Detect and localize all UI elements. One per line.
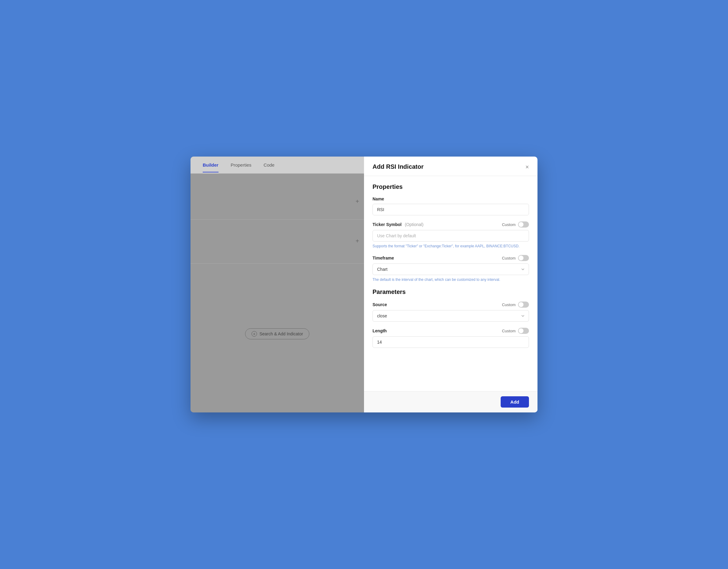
length-label-row: Length Custom	[373, 328, 529, 334]
source-custom-wrap: Custom	[502, 302, 529, 308]
timeframe-helper-text: The default is the interval of the chart…	[373, 277, 529, 282]
timeframe-select[interactable]: Chart 1 minute 5 minutes 15 minutes 1 ho…	[373, 263, 529, 275]
add-row-icon-1[interactable]: +	[355, 198, 359, 205]
name-input[interactable]	[373, 204, 529, 215]
name-label-row: Name	[373, 196, 529, 201]
ticker-field-group: Ticker Symbol (Optional) Custom Supports…	[373, 221, 529, 249]
ticker-input[interactable]	[373, 230, 529, 241]
parameters-section-title: Parameters	[373, 289, 529, 296]
timeframe-custom-label: Custom	[502, 256, 516, 260]
source-label-row: Source Custom	[373, 302, 529, 308]
tab-builder[interactable]: Builder	[197, 157, 225, 172]
length-custom-wrap: Custom	[502, 328, 529, 334]
source-field-group: Source Custom close open high low hl2 hl…	[373, 302, 529, 322]
modal-body: Properties Name Ticker Symbol (Optional)…	[364, 176, 537, 391]
main-container: Builder Properties Code + + + Search & A…	[191, 156, 537, 413]
properties-section-title: Properties	[373, 183, 529, 190]
add-row-icon-2[interactable]: +	[355, 237, 359, 244]
left-content: + + + Search & Add Indicator	[191, 174, 364, 413]
search-add-label: Search & Add Indicator	[259, 332, 303, 336]
length-label: Length	[373, 329, 387, 333]
ticker-label-row: Ticker Symbol (Optional) Custom	[373, 221, 529, 227]
modal-title: Add RSI Indicator	[373, 163, 424, 170]
source-label: Source	[373, 302, 387, 307]
tabs-bar: Builder Properties Code	[191, 156, 364, 174]
modal-footer: Add	[364, 391, 537, 413]
modal-panel: Add RSI Indicator × Properties Name Tick…	[364, 156, 537, 413]
tab-code[interactable]: Code	[257, 157, 281, 172]
length-field-group: Length Custom	[373, 328, 529, 348]
timeframe-label-row: Timeframe Custom	[373, 255, 529, 261]
left-panel: Builder Properties Code + + + Search & A…	[191, 156, 364, 413]
search-add-indicator-button[interactable]: + Search & Add Indicator	[245, 329, 309, 339]
timeframe-custom-toggle[interactable]	[518, 255, 529, 261]
modal-header: Add RSI Indicator ×	[364, 156, 537, 176]
ticker-label: Ticker Symbol	[373, 222, 401, 227]
add-button[interactable]: Add	[501, 396, 529, 408]
length-input[interactable]	[373, 336, 529, 348]
length-custom-toggle[interactable]	[518, 328, 529, 334]
ticker-custom-wrap: Custom	[502, 221, 529, 227]
ticker-custom-toggle[interactable]	[518, 221, 529, 227]
source-custom-toggle[interactable]	[518, 302, 529, 308]
ticker-custom-label: Custom	[502, 222, 516, 227]
source-select[interactable]: close open high low hl2 hlc3 ohlc4	[373, 310, 529, 322]
length-custom-label: Custom	[502, 329, 516, 333]
tab-properties[interactable]: Properties	[225, 157, 257, 172]
plus-circle-icon: +	[251, 331, 257, 337]
timeframe-field-group: Timeframe Custom Chart 1 minute 5 minute…	[373, 255, 529, 282]
timeframe-custom-wrap: Custom	[502, 255, 529, 261]
timeframe-label: Timeframe	[373, 255, 394, 260]
ticker-helper-text: Supports the format "Ticker" or "Exchang…	[373, 243, 529, 249]
source-custom-label: Custom	[502, 303, 516, 307]
name-label: Name	[373, 196, 384, 201]
ticker-label-wrap: Ticker Symbol (Optional)	[373, 222, 423, 227]
close-button[interactable]: ×	[525, 164, 529, 170]
ticker-optional: (Optional)	[405, 222, 423, 227]
name-field-group: Name	[373, 196, 529, 215]
divider-line-2	[191, 263, 364, 264]
